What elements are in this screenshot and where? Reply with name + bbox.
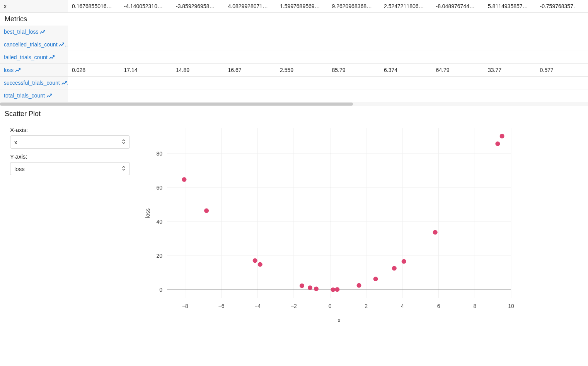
chevron-updown-icon	[122, 166, 126, 172]
y-axis-select[interactable]: loss	[10, 162, 130, 175]
chart-icon	[59, 41, 64, 48]
y-tick-label: 60	[156, 185, 162, 191]
y-axis-title: loss	[145, 209, 151, 218]
scatter-point[interactable]	[314, 286, 319, 291]
metric-link[interactable]: cancelled_trials_count	[4, 41, 64, 48]
metric-value: 85.79	[328, 64, 380, 77]
metric-value	[276, 89, 328, 102]
metric-value	[484, 77, 536, 89]
scatter-point[interactable]	[373, 277, 378, 281]
metric-value	[484, 51, 536, 64]
scatter-point[interactable]	[495, 142, 500, 146]
scatter-point[interactable]	[500, 134, 504, 139]
metric-value: 0.577	[536, 64, 588, 77]
param-label: x	[0, 0, 68, 13]
metric-label-cell: total_trials_count	[0, 89, 68, 102]
metric-label-cell: loss	[0, 64, 68, 77]
chart-icon	[46, 92, 52, 99]
metric-value	[536, 89, 588, 102]
metric-value	[432, 77, 484, 89]
y-tick-label: 40	[156, 219, 162, 225]
param-value: 4.0829928071…	[224, 0, 276, 13]
chart-icon	[40, 29, 45, 35]
y-axis-label: Y-axis:	[10, 153, 130, 160]
metric-value	[224, 77, 276, 89]
x-tick-label: 4	[401, 303, 404, 309]
x-tick-label: −2	[291, 303, 297, 309]
metric-row: best_trial_loss	[0, 26, 588, 38]
metric-label-cell: failed_trials_count	[0, 51, 68, 64]
metric-value	[224, 26, 276, 38]
metric-value	[68, 89, 120, 102]
scatter-point[interactable]	[331, 287, 335, 292]
metric-link[interactable]: successful_trials_count	[4, 80, 67, 86]
y-tick-label: 80	[156, 151, 162, 157]
x-tick-label: 6	[437, 303, 440, 309]
scatter-point[interactable]	[357, 283, 361, 288]
scatter-point[interactable]	[433, 230, 438, 234]
y-tick-label: 0	[159, 287, 162, 293]
x-tick-label: 0	[329, 303, 332, 309]
metric-value	[484, 89, 536, 102]
param-value: -3.859296958…	[172, 0, 224, 13]
metric-value: 17.14	[120, 64, 172, 77]
scatter-point[interactable]	[402, 259, 406, 264]
metric-link[interactable]: failed_trials_count	[4, 54, 55, 60]
scatter-point[interactable]	[335, 287, 339, 292]
metric-name: successful_trials_count	[4, 80, 60, 86]
metric-value	[432, 89, 484, 102]
metric-value	[120, 51, 172, 64]
scatter-point[interactable]	[308, 286, 312, 290]
metric-value	[120, 38, 172, 51]
metric-value	[68, 26, 120, 38]
scatter-point[interactable]	[258, 262, 262, 267]
metric-label-cell: cancelled_trials_count	[0, 38, 68, 51]
metric-value	[120, 77, 172, 89]
metric-link[interactable]: total_trials_count	[4, 92, 52, 99]
scatter-point[interactable]	[204, 208, 209, 213]
metric-value	[484, 26, 536, 38]
metric-value	[484, 38, 536, 51]
metric-value	[224, 38, 276, 51]
metric-link[interactable]: loss	[4, 67, 20, 73]
metric-link[interactable]: best_trial_loss	[4, 29, 45, 35]
scatter-point[interactable]	[182, 177, 187, 182]
metric-value	[120, 89, 172, 102]
param-value: 0.1676855016…	[68, 0, 120, 13]
scatter-point[interactable]	[253, 258, 257, 263]
metric-value	[120, 26, 172, 38]
param-value: -4.140052310…	[120, 0, 172, 13]
param-row-x: x 0.1676855016… -4.140052310… -3.8592969…	[0, 0, 588, 13]
metric-value: 6.374	[380, 64, 432, 77]
metric-label-cell: successful_trials_count	[0, 77, 68, 89]
metric-value	[68, 51, 120, 64]
scatter-plot[interactable]: −8−6−4−20246810020406080xloss	[140, 120, 527, 325]
param-value: -0.759768357.	[536, 0, 588, 13]
metric-value	[536, 77, 588, 89]
x-axis-title: x	[338, 317, 341, 323]
param-value: 5.8114935857…	[484, 0, 536, 13]
x-axis-select[interactable]: x	[10, 135, 130, 149]
scatter-point[interactable]	[300, 283, 304, 288]
metric-value: 64.79	[432, 64, 484, 77]
metric-label-cell: best_trial_loss	[0, 26, 68, 38]
x-axis-select-value: x	[14, 139, 17, 145]
scatter-point[interactable]	[392, 266, 397, 271]
chart-icon	[15, 67, 20, 73]
horizontal-scrollbar-track[interactable]	[0, 102, 588, 106]
metric-value	[276, 51, 328, 64]
metric-value	[536, 51, 588, 64]
y-axis-select-value: loss	[14, 166, 25, 172]
y-tick-label: 20	[156, 253, 162, 259]
horizontal-scrollbar-thumb[interactable]	[0, 103, 353, 106]
metric-row: cancelled_trials_count	[0, 38, 588, 51]
chevron-updown-icon	[122, 139, 126, 145]
metric-value	[380, 77, 432, 89]
metric-row: failed_trials_count	[0, 51, 588, 64]
metric-value	[276, 77, 328, 89]
x-tick-label: 8	[473, 303, 476, 309]
chart-icon	[49, 54, 55, 60]
metrics-table: best_trial_loss cancelled_trials_count f…	[0, 26, 588, 102]
x-tick-label: 10	[508, 303, 514, 309]
x-axis-label: X-axis:	[10, 127, 130, 133]
